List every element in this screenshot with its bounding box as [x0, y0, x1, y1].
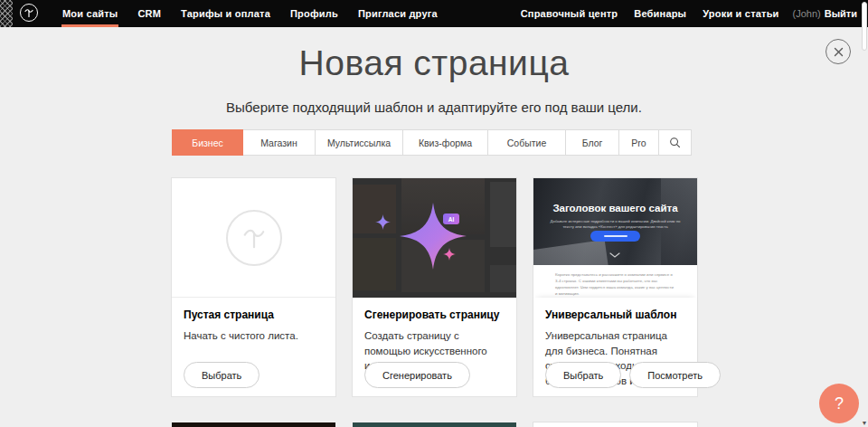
- template-about-section: Коротко представьтесь и расскажите о ком…: [533, 265, 697, 298]
- blank-page-preview: [172, 178, 335, 298]
- generate-button[interactable]: Сгенерировать: [364, 362, 470, 388]
- topbar-nav-right: Справочный центр Вебинары Уроки и статьи: [513, 0, 788, 27]
- user-box: (John) Выйти: [793, 0, 857, 27]
- tab-blog[interactable]: Блог: [565, 129, 619, 156]
- tab-search[interactable]: [658, 129, 692, 156]
- template-hero-image: Заголовок вашего сайта Добавьте интересн…: [533, 178, 697, 265]
- close-icon: [833, 46, 844, 58]
- tilda-t-icon: [24, 7, 34, 18]
- template-card-partial[interactable]: [533, 422, 697, 427]
- nav-profile[interactable]: Профиль: [280, 0, 348, 27]
- close-button[interactable]: [826, 39, 851, 64]
- card-title: Универсальный шаблон: [545, 308, 685, 321]
- card-description: Начать с чистого листа.: [184, 328, 324, 344]
- nav-crm[interactable]: CRM: [127, 0, 171, 27]
- small-sparkle-icon: [375, 214, 391, 230]
- user-name: (John): [793, 8, 821, 19]
- tab-pro[interactable]: Pro: [618, 129, 659, 156]
- card-universal-template[interactable]: Заголовок вашего сайта Добавьте интересн…: [533, 178, 697, 396]
- nav-tariffs[interactable]: Тарифы и оплата: [171, 0, 280, 27]
- search-icon: [669, 137, 681, 148]
- card-actions: Выбрать: [184, 362, 259, 388]
- template-card-partial[interactable]: [172, 422, 335, 427]
- nav-my-sites[interactable]: Мои сайты: [52, 0, 127, 27]
- next-template-row: [172, 422, 697, 427]
- view-template-button[interactable]: Посмотреть: [629, 362, 721, 388]
- card-blank-page[interactable]: Пустая страница Начать с чистого листа. …: [172, 178, 335, 396]
- nav-invite-friend[interactable]: Пригласи друга: [348, 0, 448, 27]
- nav-webinars[interactable]: Вебинары: [626, 0, 694, 27]
- tilda-logo[interactable]: [20, 4, 38, 22]
- universal-template-preview: Заголовок вашего сайта Добавьте интересн…: [533, 178, 697, 298]
- card-body: Пустая страница Начать с чистого листа.: [172, 298, 335, 344]
- small-sparkle-icon: [443, 248, 456, 261]
- template-headline: Заголовок вашего сайта: [533, 203, 697, 214]
- template-category-tabs: Бизнес Магазин Мультиссылка Квиз-форма С…: [172, 129, 697, 156]
- page-subtitle: Выберите подходящий шаблон и адаптируйте…: [0, 100, 868, 115]
- tilda-watermark-icon: [226, 210, 282, 266]
- card-title: Сгенерировать страницу: [364, 308, 505, 321]
- template-cta-button: [590, 231, 640, 242]
- tab-quiz-form[interactable]: Квиз-форма: [402, 129, 488, 156]
- scrollbar[interactable]: ▼: [861, 0, 868, 427]
- zigzag-pattern: [0, 0, 13, 27]
- tab-event[interactable]: Событие: [487, 129, 566, 156]
- card-ai-generate[interactable]: AI: [353, 178, 516, 396]
- template-about-text: Коротко представьтесь и расскажите о ком…: [555, 271, 675, 297]
- scrollbar-thumb[interactable]: [862, 2, 867, 51]
- tab-shop[interactable]: Магазин: [242, 129, 316, 156]
- template-cards: Пустая страница Начать с чистого листа. …: [172, 178, 697, 396]
- select-blank-button[interactable]: Выбрать: [184, 362, 259, 388]
- tab-business[interactable]: Бизнес: [172, 129, 243, 156]
- topbar-spacer: [448, 0, 513, 27]
- nav-help-center[interactable]: Справочный центр: [513, 0, 627, 27]
- template-card-partial[interactable]: [353, 422, 516, 427]
- help-button[interactable]: ?: [819, 384, 859, 423]
- chevron-down-icon: [609, 252, 620, 258]
- logout-link[interactable]: Выйти: [825, 8, 857, 19]
- card-actions: Выбрать Посмотреть: [545, 362, 721, 388]
- page-title: Новая страница: [0, 43, 868, 83]
- ai-generate-preview: AI: [353, 178, 516, 298]
- template-subline: Добавьте интересные подробности о вашей …: [547, 219, 684, 231]
- select-template-button[interactable]: Выбрать: [545, 362, 621, 388]
- tab-multilink[interactable]: Мультиссылка: [315, 129, 403, 156]
- card-title: Пустая страница: [184, 308, 324, 321]
- card-actions: Сгенерировать: [364, 362, 470, 388]
- topbar: Мои сайты CRM Тарифы и оплата Профиль Пр…: [0, 0, 868, 27]
- topbar-nav-left: Мои сайты CRM Тарифы и оплата Профиль Пр…: [52, 0, 448, 27]
- nav-lessons[interactable]: Уроки и статьи: [694, 0, 787, 27]
- scrollbar-down-arrow[interactable]: ▼: [861, 420, 868, 426]
- ai-sparkle-icon: [400, 203, 467, 270]
